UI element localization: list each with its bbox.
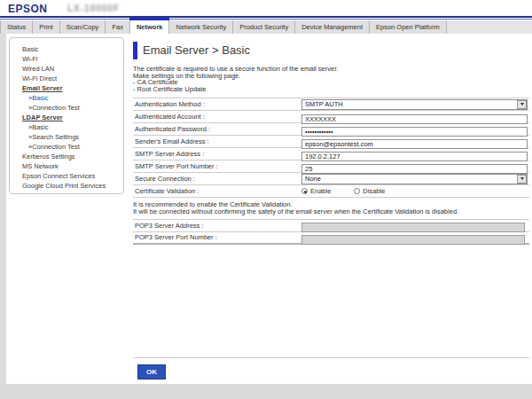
sidebar-item-ldap-basic[interactable]: »Basic bbox=[10, 122, 123, 132]
tab-scan-copy[interactable]: Scan/Copy bbox=[60, 20, 106, 34]
tab-epson-open-platform[interactable]: Epson Open Platform bbox=[370, 20, 447, 34]
sidebar-section-email-server[interactable]: Email Server bbox=[10, 83, 123, 93]
description-text: The certificate is required to use a sec… bbox=[133, 66, 529, 92]
tab-status[interactable]: Status bbox=[0, 20, 33, 34]
tab-fax[interactable]: Fax bbox=[106, 20, 130, 34]
radio-option-disable[interactable]: Disable bbox=[354, 187, 385, 195]
sidebar-item-google-cloud-print-services[interactable]: Google Cloud Print Services bbox=[10, 181, 123, 191]
chevron-down-icon[interactable] bbox=[517, 100, 527, 109]
pop3-form: POP3 Server Address : POP3 Server Port N… bbox=[133, 219, 529, 245]
secure-connection-select[interactable]: None bbox=[301, 174, 528, 184]
sidebar-item-ldap-search-settings[interactable]: »Search Settings bbox=[10, 132, 123, 142]
header-divider bbox=[0, 16, 532, 18]
field-label: Sender's Email Address : bbox=[133, 137, 301, 145]
header: EPSON LX-10000F bbox=[0, 0, 532, 16]
sidebar-item-wifi[interactable]: Wi-Fi bbox=[10, 54, 123, 64]
radio-label: Enable bbox=[310, 187, 331, 195]
sidebar-nav: Basic Wi-Fi Wired LAN Wi-Fi Direct Email… bbox=[9, 37, 124, 194]
tab-print[interactable]: Print bbox=[33, 20, 59, 34]
sidebar-item-ldap-connection-test[interactable]: »Connection Test bbox=[10, 142, 123, 152]
footer-divider bbox=[133, 357, 529, 358]
form-row-secure-connection: Secure Connection : None bbox=[133, 173, 529, 185]
header-divider-thin bbox=[0, 19, 532, 20]
sidebar-item-email-server-basic[interactable]: »Basic bbox=[10, 93, 123, 103]
epson-logo: EPSON bbox=[8, 3, 48, 15]
field-label: Authenticated Password : bbox=[133, 125, 301, 133]
field-label: Certificate Validation : bbox=[133, 187, 301, 195]
note-line: It will be connected without confirming … bbox=[133, 208, 529, 215]
tab-network[interactable]: Network bbox=[130, 20, 170, 34]
field-label: Secure Connection : bbox=[133, 175, 301, 183]
ok-button[interactable]: OK bbox=[137, 364, 166, 379]
field-label: POP3 Server Address : bbox=[133, 222, 301, 230]
top-tab-bar: Status Print Scan/Copy Fax Network Netwo… bbox=[0, 20, 532, 34]
sidebar-item-kerberos-settings[interactable]: Kerberos Settings bbox=[10, 152, 123, 161]
tab-product-security[interactable]: Product Security bbox=[233, 20, 295, 34]
radio-enable-icon[interactable] bbox=[301, 188, 308, 194]
email-server-form: Authentication Method : SMTP AUTH Authen… bbox=[133, 98, 529, 198]
tab-device-management[interactable]: Device Management bbox=[295, 20, 370, 34]
selected-value: None bbox=[302, 175, 321, 183]
sidebar-item-email-server-connection-test[interactable]: »Connection Test bbox=[10, 103, 123, 113]
tab-network-security[interactable]: Network Security bbox=[169, 20, 233, 34]
form-row-pop3-server-port-number: POP3 Server Port Number : bbox=[133, 232, 529, 245]
form-row-smtp-server-port-number: SMTP Server Port Number : bbox=[133, 160, 529, 173]
chevron-down-icon[interactable] bbox=[517, 175, 527, 184]
main-content: Email Server > Basic The certificate is … bbox=[133, 41, 529, 245]
description-line: Make settings on the following page. bbox=[133, 73, 529, 80]
smtp-server-port-number-input[interactable] bbox=[301, 164, 528, 174]
radio-option-enable[interactable]: Enable bbox=[301, 187, 331, 195]
radio-label: Disable bbox=[363, 187, 385, 195]
selected-value: SMTP AUTH bbox=[302, 100, 343, 108]
printer-model-redacted: LX-10000F bbox=[67, 4, 120, 13]
field-label: POP3 Server Port Number : bbox=[133, 233, 301, 241]
field-label: Authenticated Account : bbox=[133, 113, 301, 121]
sidebar-item-wifi-direct[interactable]: Wi-Fi Direct bbox=[10, 74, 123, 83]
description-line: - Root Certificate Update bbox=[133, 86, 529, 93]
field-label: SMTP Server Port Number : bbox=[133, 162, 301, 170]
certificate-validation-radio-group: Enable Disable bbox=[301, 187, 529, 195]
sidebar-section-ldap-server[interactable]: LDAP Server bbox=[10, 113, 123, 122]
page-title: Email Server > Basic bbox=[143, 43, 250, 57]
radio-disable-icon[interactable] bbox=[354, 188, 360, 194]
sidebar-item-epson-connect-services[interactable]: Epson Connect Services bbox=[10, 171, 123, 181]
bottom-status-strip bbox=[0, 384, 532, 399]
page-title-block: Email Server > Basic bbox=[133, 41, 529, 59]
field-label: SMTP Server Address : bbox=[133, 150, 301, 158]
form-row-certificate-validation: Certificate Validation : Enable Disable bbox=[133, 185, 529, 198]
left-gutter bbox=[0, 34, 6, 384]
certificate-validation-note: It is recommended to enable the Certific… bbox=[133, 201, 529, 215]
sidebar-item-ms-network[interactable]: MS Network bbox=[10, 161, 123, 171]
epson-web-config-page: EPSON LX-10000F Status Print Scan/Copy F… bbox=[0, 0, 532, 399]
sidebar-item-wired-lan[interactable]: Wired LAN bbox=[10, 64, 123, 74]
sidebar-item-basic[interactable]: Basic bbox=[10, 44, 123, 54]
title-accent-bar bbox=[133, 42, 137, 59]
field-label: Authentication Method : bbox=[133, 100, 301, 108]
pop3-server-port-number-input bbox=[301, 235, 525, 245]
